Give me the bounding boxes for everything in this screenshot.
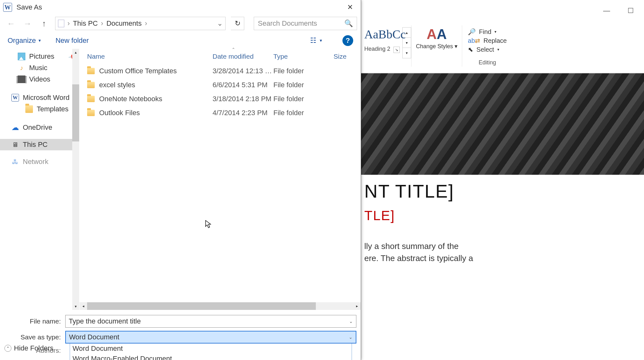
hide-folders-label: Hide Folders [14,344,54,352]
refresh-button[interactable]: ↻ [231,17,244,30]
nav-item-videos[interactable]: Videos [0,74,79,85]
nav-label: Templates [37,105,68,113]
address-dropdown-icon[interactable]: ⌄ [217,19,223,28]
organize-label: Organize [8,36,36,45]
dialog-titlebar[interactable]: W Save As ✕ [0,0,361,15]
gallery-expand-icon[interactable]: ▾ [403,48,411,58]
back-button[interactable]: ← [6,18,16,29]
breadcrumb-documents[interactable]: Documents [106,19,142,28]
replace-button[interactable]: ab⇄ Replace [467,36,508,45]
column-name[interactable]: Name [80,53,213,60]
nav-item-onedrive[interactable]: OneDrive [0,122,79,133]
document-area: NT TITLE] TLE] lly a short summary of th… [361,73,644,360]
dialog-title: Save As [16,3,42,11]
folder-icon [25,105,33,113]
dropdown-caret-icon[interactable]: ⌄ [349,335,353,340]
nav-label: OneDrive [23,123,52,132]
scroll-right-icon[interactable]: ▸ [353,304,361,308]
file-date: 3/28/2014 12:13 … [213,67,273,75]
maximize-button[interactable]: ☐ [626,6,635,15]
nav-item-this-pc[interactable]: This PC [0,139,79,150]
doc-abstract-text[interactable]: lly a short summary of the ere. The abst… [364,240,641,264]
search-placeholder: Search Documents [258,19,317,28]
close-button[interactable]: ✕ [342,1,358,14]
chevron-right-icon[interactable]: › [67,19,70,28]
horizontal-scrollbar[interactable]: ◂ ▸ [80,302,361,310]
column-headers[interactable]: ⌃ Name Date modified Type Size [80,49,361,64]
scroll-track[interactable] [87,302,353,310]
column-size[interactable]: Size [334,53,361,60]
save-type-option[interactable]: Word Macro-Enabled Document [70,354,352,360]
forward-button[interactable]: → [22,18,33,29]
nav-label: Music [29,64,47,72]
help-button[interactable]: ? [342,35,353,46]
find-button[interactable]: 🔎 Find ▾ [467,27,508,36]
hide-folders-button[interactable]: ⌃ Hide Folders [4,344,54,352]
collapse-icon: ⌃ [4,345,11,352]
up-button[interactable]: ↑ [39,18,49,29]
this-pc-icon [11,141,19,148]
change-styles-label: Change Styles ▾ [416,43,457,50]
sort-indicator-icon: ⌃ [232,47,235,52]
folder-icon [87,68,95,74]
search-icon[interactable]: 🔍 [344,19,353,28]
scroll-down-icon[interactable]: ▾ [72,303,79,310]
styles-gallery[interactable]: AaBbCc Heading 2 ↘ [361,25,401,54]
nav-item-pictures[interactable]: Pictures 📌 [0,51,79,62]
save-form: File name: Type the document title ⌄ Sav… [0,310,361,360]
nav-pane-scrollbar[interactable]: ▴ ▾ [72,49,79,310]
address-bar[interactable]: › This PC › Documents › ⌄ [55,17,226,30]
doc-subtitle-placeholder[interactable]: TLE] [364,208,641,223]
change-view-button[interactable]: ☷ ▼ [310,36,323,45]
explorer-body: Pictures 📌 Music Videos W Microsoft Word… [0,49,361,310]
nav-label: This PC [23,141,48,149]
editing-group-caption: Editing [467,59,508,66]
search-input[interactable]: Search Documents 🔍 [254,17,357,30]
save-type-option[interactable]: Word Document [70,344,352,354]
navigation-pane[interactable]: Pictures 📌 Music Videos W Microsoft Word… [0,49,80,310]
nav-label: Videos [29,75,50,83]
new-folder-button[interactable]: New folder [55,36,89,45]
column-type[interactable]: Type [273,53,334,60]
nav-item-templates[interactable]: Templates [0,103,79,115]
navigation-row: ← → ↑ › This PC › Documents › ⌄ ↻ Search… [0,15,361,32]
save-as-type-dropdown[interactable]: Word Document ⌄ [65,331,356,344]
scroll-left-icon[interactable]: ◂ [80,304,87,308]
column-date[interactable]: Date modified [213,53,273,60]
breadcrumb-this-pc[interactable]: This PC [73,19,98,28]
replace-icon: ab⇄ [468,37,480,44]
doc-title-placeholder[interactable]: NT TITLE] [364,180,641,202]
chevron-right-icon[interactable]: › [145,19,147,28]
save-as-type-options[interactable]: Word DocumentWord Macro-Enabled Document… [70,344,352,360]
select-button[interactable]: ⬉ Select ▾ [467,45,508,54]
ribbon-right-section: AaBbCc Heading 2 ↘ ▴ ▾ ▾ AA Change Style… [361,25,644,73]
file-name-input[interactable]: Type the document title ⌄ [65,315,356,328]
word-app-icon: W [3,3,12,12]
file-row[interactable]: Outlook Files4/7/2014 2:23 PMFile folder [80,106,361,120]
file-row[interactable]: excel styles6/6/2014 5:31 PMFile folder [80,78,361,92]
chevron-right-icon[interactable]: › [101,19,103,28]
file-type: File folder [273,67,334,75]
nav-item-microsoft-word[interactable]: W Microsoft Word [0,92,79,103]
scroll-thumb[interactable] [72,84,79,141]
file-row[interactable]: OneNote Notebooks3/18/2014 2:18 PMFile f… [80,92,361,106]
nav-item-music[interactable]: Music [0,62,79,74]
file-row[interactable]: Custom Office Templates3/28/2014 12:13 …… [80,64,361,78]
nav-label: Network [23,158,48,166]
scroll-thumb[interactable] [87,302,316,310]
styles-dialog-launcher-icon[interactable]: ↘ [393,47,400,53]
file-type: File folder [273,81,334,89]
replace-label: Replace [483,37,507,44]
onedrive-icon [11,124,19,131]
scroll-up-icon[interactable]: ▴ [72,49,79,56]
nav-item-network[interactable]: Network [0,156,79,167]
minimize-button[interactable]: — [602,6,611,15]
toolbar-row: Organize ▼ New folder ☷ ▼ ? [0,32,361,49]
binoculars-icon: 🔎 [468,28,476,36]
file-type: File folder [273,95,334,103]
file-rows[interactable]: Custom Office Templates3/28/2014 12:13 …… [80,64,361,302]
dropdown-caret-icon[interactable]: ⌄ [349,319,353,324]
change-styles-button[interactable]: AA Change Styles ▾ [411,25,462,67]
organize-button[interactable]: Organize ▼ [8,36,41,45]
file-list-pane: ⌃ Name Date modified Type Size Custom Of… [80,49,361,310]
